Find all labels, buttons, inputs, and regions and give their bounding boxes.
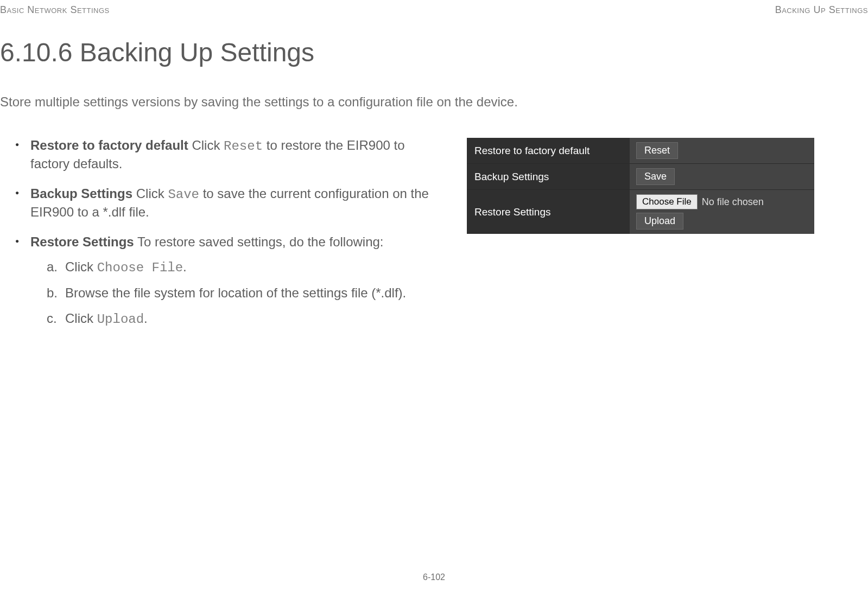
step-c-code: Upload (97, 312, 144, 327)
bullet-backup-label: Backup Settings (30, 186, 132, 201)
header-left: Basic Network Settings (0, 4, 110, 16)
bullet-backup: Backup Settings Click Save to save the c… (15, 185, 445, 221)
bullet-restore-settings-text: To restore saved settings, do the fol­lo… (134, 234, 384, 249)
bullet-restore-default-before: Click (188, 138, 224, 152)
page-title: 6.10.6 Backing Up Settings (0, 37, 868, 67)
bullet-restore-settings: Restore Settings To restore saved settin… (15, 233, 445, 329)
step-b: Browse the file system for location of t… (47, 284, 445, 302)
panel-row-restore-settings: Restore Settings Choose File No file cho… (467, 190, 814, 234)
panel-label-restore-settings: Restore Settings (467, 190, 630, 234)
step-c: Click Upload. (47, 310, 445, 328)
panel-label-restore: Restore to factory default (467, 138, 630, 163)
step-a-code: Choose File (97, 260, 183, 275)
save-button[interactable]: Save (636, 168, 675, 185)
bullet-backup-code: Save (168, 187, 199, 202)
page-number: 6-102 (0, 572, 868, 582)
text-column: Restore to factory default Click Reset t… (0, 137, 445, 340)
panel-label-backup: Backup Settings (467, 164, 630, 189)
panel-row-backup: Backup Settings Save (467, 164, 814, 190)
choose-file-button[interactable]: Choose File (636, 194, 698, 209)
header-right: Backing Up Settings (775, 4, 868, 16)
step-a-after: . (183, 259, 187, 274)
reset-button[interactable]: Reset (636, 142, 678, 159)
bullet-restore-default-code: Reset (224, 139, 263, 154)
bullet-backup-before: Click (132, 186, 168, 201)
settings-panel: Restore to factory default Reset Backup … (467, 138, 814, 234)
step-c-before: Click (65, 311, 97, 326)
no-file-chosen-text: No file chosen (702, 196, 764, 208)
intro-text: Store multiple settings versions by savi… (0, 94, 868, 110)
step-a: Click Choose File. (47, 258, 445, 277)
panel-row-restore: Restore to factory default Reset (467, 138, 814, 164)
bullet-restore-settings-label: Restore Settings (30, 234, 134, 249)
step-a-before: Click (65, 259, 97, 274)
bullet-restore-default-label: Restore to factory default (30, 138, 188, 152)
upload-button[interactable]: Upload (636, 213, 683, 230)
step-c-after: . (144, 311, 148, 326)
bullet-restore-default: Restore to factory default Click Reset t… (15, 137, 445, 173)
